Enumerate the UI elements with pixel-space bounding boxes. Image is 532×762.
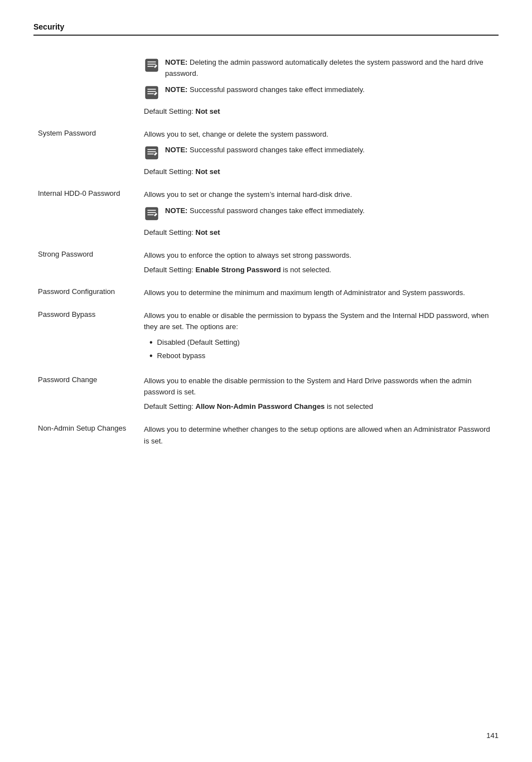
row-label: Password Bypass bbox=[33, 307, 139, 372]
description-text: Allows you to set or change the system’s… bbox=[144, 189, 494, 200]
note-icon bbox=[144, 145, 159, 161]
row-description: Allows you to set, change or delete the … bbox=[139, 126, 499, 185]
row-label: Internal HDD-0 Password bbox=[33, 186, 139, 245]
row-label: Strong Password bbox=[33, 247, 139, 283]
row-label bbox=[33, 49, 139, 125]
note-icon bbox=[144, 206, 159, 221]
page-number: 141 bbox=[486, 731, 499, 740]
row-description: Allows you to determine the minimum and … bbox=[139, 284, 499, 306]
note-text: NOTE: Deleting the admin password automa… bbox=[165, 57, 494, 79]
note-icon bbox=[144, 85, 159, 100]
note-text: NOTE: Successful password changes take e… bbox=[165, 144, 365, 156]
row-label: Password Change bbox=[33, 372, 139, 420]
content-table: NOTE: Deleting the admin password automa… bbox=[33, 49, 499, 455]
note-icon bbox=[144, 57, 159, 73]
row-label: Password Configuration bbox=[33, 284, 139, 306]
note-box: NOTE: Successful password changes take e… bbox=[144, 205, 494, 221]
row-description: NOTE: Deleting the admin password automa… bbox=[139, 49, 499, 125]
description-text: Allows you to enable or disable the perm… bbox=[144, 310, 494, 332]
note-text: NOTE: Successful password changes take e… bbox=[165, 205, 365, 216]
row-description: Allows you to set or change the system’s… bbox=[139, 186, 499, 245]
table-row: Password ConfigurationAllows you to dete… bbox=[33, 284, 499, 306]
row-description: Allows you to determine whether changes … bbox=[139, 421, 499, 454]
table-row: NOTE: Deleting the admin password automa… bbox=[33, 49, 499, 125]
default-setting: Default Setting: Not set bbox=[144, 106, 494, 117]
table-row: System PasswordAllows you to set, change… bbox=[33, 126, 499, 185]
list-item: Reboot bypass bbox=[149, 350, 494, 362]
description-text: Allows you to determine the minimum and … bbox=[144, 287, 494, 298]
table-row: Password ChangeAllows you to enable the … bbox=[33, 372, 499, 420]
row-description: Allows you to enable or disable the perm… bbox=[139, 307, 499, 372]
table-row: Non-Admin Setup ChangesAllows you to det… bbox=[33, 421, 499, 454]
row-description: Allows you to enable the disable permiss… bbox=[139, 372, 499, 420]
row-label: Non-Admin Setup Changes bbox=[33, 421, 139, 454]
default-setting: Default Setting: Not set bbox=[144, 227, 494, 238]
table-row: Strong PasswordAllows you to enforce the… bbox=[33, 247, 499, 283]
default-setting: Default Setting: Allow Non-Admin Passwor… bbox=[144, 401, 494, 412]
note-box: NOTE: Deleting the admin password automa… bbox=[144, 57, 494, 79]
description-text: Allows you to enable the disable permiss… bbox=[144, 375, 494, 398]
note-text: NOTE: Successful password changes take e… bbox=[165, 84, 365, 95]
description-text: Allows you to enforce the option to alwa… bbox=[144, 250, 494, 261]
row-spacer bbox=[33, 455, 499, 455]
table-row: Password BypassAllows you to enable or d… bbox=[33, 307, 499, 372]
page-header: Security bbox=[33, 22, 499, 36]
note-box: NOTE: Successful password changes take e… bbox=[144, 144, 494, 161]
table-row: Internal HDD-0 PasswordAllows you to set… bbox=[33, 186, 499, 245]
default-setting: Default Setting: Enable Strong Password … bbox=[144, 264, 494, 276]
description-text: Allows you to set, change or delete the … bbox=[144, 129, 494, 140]
default-setting: Default Setting: Not set bbox=[144, 166, 494, 177]
row-description: Allows you to enforce the option to alwa… bbox=[139, 247, 499, 283]
page-title: Security bbox=[33, 22, 64, 31]
description-text: Allows you to determine whether changes … bbox=[144, 424, 494, 446]
bullet-list: Disabled (Default Setting)Reboot bypass bbox=[149, 337, 494, 362]
list-item: Disabled (Default Setting) bbox=[149, 337, 494, 349]
row-label: System Password bbox=[33, 126, 139, 185]
note-box: NOTE: Successful password changes take e… bbox=[144, 84, 494, 100]
